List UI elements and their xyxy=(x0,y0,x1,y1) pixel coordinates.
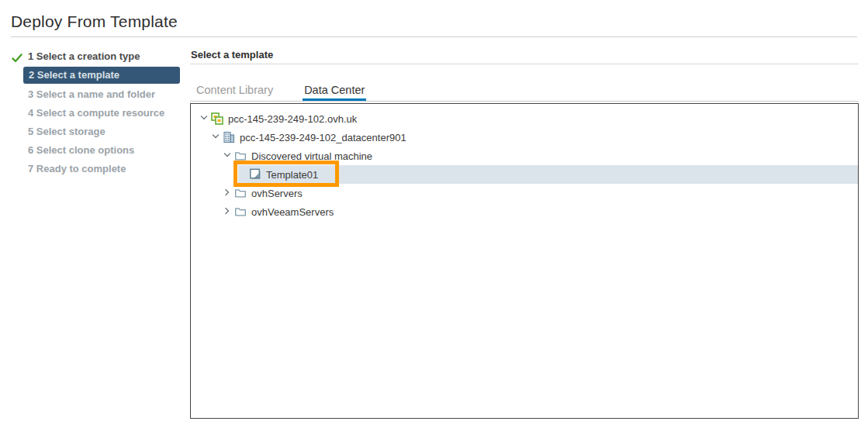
tree-node-label: Template01 xyxy=(266,169,318,181)
vcenter-icon xyxy=(211,112,223,125)
vm-template-icon xyxy=(249,168,261,181)
tab-content-library[interactable]: Content Library xyxy=(195,81,275,101)
folder-icon xyxy=(234,205,247,218)
tree-row-template01[interactable]: Template01 xyxy=(191,165,858,184)
chevron-down-icon xyxy=(199,113,209,125)
check-icon xyxy=(12,51,22,62)
wizard-step-label: 4 Select a compute resource xyxy=(28,104,180,123)
section-heading: Select a template xyxy=(191,49,273,60)
tree-row-pcc-145-239-249-102-ovh-uk[interactable]: pcc-145-239-249-102.ovh.uk xyxy=(191,109,858,128)
tree-row-discovered-virtual-machine[interactable]: Discovered virtual machine xyxy=(191,147,858,165)
tree-node-label: pcc-145-239-249-102_datacenter901 xyxy=(240,132,406,143)
chevron-right-icon[interactable] xyxy=(220,205,234,218)
datacenter-icon xyxy=(223,131,235,143)
wizard-step-label: 2 Select a template xyxy=(23,67,180,84)
twistie-spacer xyxy=(235,168,249,181)
folder-icon xyxy=(234,187,247,199)
section-heading-divider xyxy=(190,64,859,64)
chevron-down-icon xyxy=(211,132,220,143)
wizard-step-label: 7 Ready to complete xyxy=(28,160,180,178)
tree-node-label: Discovered virtual machine xyxy=(251,150,372,162)
wizard-step-6[interactable]: 6 Select clone options xyxy=(11,141,180,160)
page-title: Deploy From Template xyxy=(11,12,178,31)
chevron-down-icon xyxy=(223,150,232,162)
wizard-step-label: 3 Select a name and folder xyxy=(28,85,180,104)
wizard-step-label: 6 Select clone options xyxy=(28,141,180,160)
chevron-right-icon xyxy=(223,188,232,199)
chevron-down-icon[interactable] xyxy=(197,112,211,125)
wizard-step-4[interactable]: 4 Select a compute resource xyxy=(11,104,180,123)
wizard-step-3[interactable]: 3 Select a name and folder xyxy=(11,85,180,104)
wizard-step-list: 1 Select a creation type2 Select a templ… xyxy=(11,47,180,178)
folder-icon xyxy=(234,150,247,162)
wizard-step-label: 5 Select storage xyxy=(28,123,180,141)
tree-row-ovhservers[interactable]: ovhServers xyxy=(191,184,858,202)
inventory-tree-panel: pcc-145-239-249-102.ovh.ukpcc-145-239-24… xyxy=(190,103,859,419)
wizard-step-label: 1 Select a creation type xyxy=(28,47,180,66)
title-divider xyxy=(11,36,857,37)
tree-node-label: pcc-145-239-249-102.ovh.uk xyxy=(228,113,357,125)
wizard-step-7[interactable]: 7 Ready to complete xyxy=(11,160,180,178)
inventory-tree: pcc-145-239-249-102.ovh.ukpcc-145-239-24… xyxy=(191,104,858,221)
wizard-step-1[interactable]: 1 Select a creation type xyxy=(11,47,180,66)
wizard-step-5[interactable]: 5 Select storage xyxy=(11,123,180,141)
tree-row-pcc-145-239-249-102-datacenter901[interactable]: pcc-145-239-249-102_datacenter901 xyxy=(191,128,858,147)
chevron-down-icon[interactable] xyxy=(209,131,223,143)
template-source-tabs: Content LibraryData Center xyxy=(190,81,859,102)
tab-data-center[interactable]: Data Center xyxy=(303,81,366,101)
tree-node-label: ovhServers xyxy=(251,188,303,199)
tree-node-label: ovhVeeamServers xyxy=(251,206,334,218)
chevron-right-icon[interactable] xyxy=(220,187,234,199)
tree-row-ovhveeamservers[interactable]: ovhVeeamServers xyxy=(191,202,858,221)
chevron-right-icon xyxy=(223,206,232,218)
wizard-step-2[interactable]: 2 Select a template xyxy=(11,67,180,85)
chevron-down-icon[interactable] xyxy=(220,150,234,162)
